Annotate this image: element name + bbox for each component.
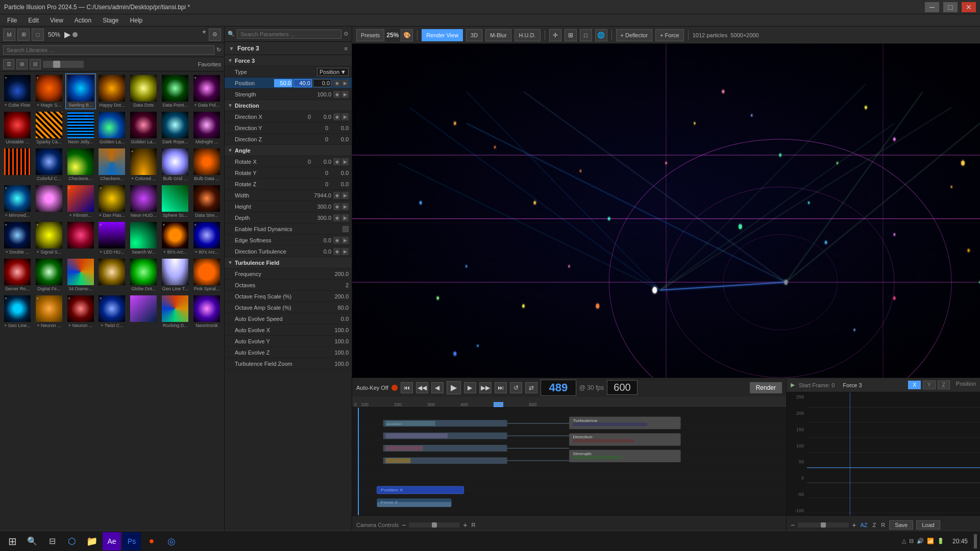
library-search-input[interactable]: [3, 45, 214, 55]
param-options-button[interactable]: ▶: [341, 91, 349, 98]
param-options-button[interactable]: ▶: [341, 113, 349, 120]
param-checkbox[interactable]: [342, 226, 349, 232]
library-mode-icon[interactable]: M: [3, 29, 15, 41]
library-item[interactable]: + + Dan Flas...: [97, 184, 128, 219]
library-item[interactable]: + + Signal S...: [34, 220, 64, 256]
library-item[interactable]: Data Point...: [160, 73, 190, 109]
param-row[interactable]: ▼ Direction: [225, 100, 352, 111]
section-expand-icon[interactable]: ▼: [228, 103, 235, 108]
camera-zoom-slider[interactable]: [409, 522, 460, 528]
library-item[interactable]: + + LED HU...: [97, 220, 128, 256]
zoom-out-button[interactable]: −: [402, 521, 406, 529]
param-input-y[interactable]: [293, 79, 312, 87]
param-row[interactable]: Frequency 200.0: [225, 268, 352, 280]
param-row[interactable]: Edge Softness 0.0 ◆ ▶: [225, 235, 352, 246]
param-row[interactable]: Auto Evolve Speed 0.0: [225, 313, 352, 324]
library-item[interactable]: Neontronik: [191, 294, 222, 330]
axis-tab-x[interactable]: X: [908, 381, 921, 389]
library-item[interactable]: Bulb Data ...: [191, 147, 222, 183]
3d-button[interactable]: 3D: [466, 29, 482, 41]
zoom-picker-icon[interactable]: 🎨: [401, 29, 413, 41]
param-options-button[interactable]: ▶: [341, 80, 349, 87]
param-input-x[interactable]: [274, 79, 292, 87]
library-item[interactable]: [34, 184, 64, 219]
library-item[interactable]: + + Data Pol...: [191, 73, 222, 109]
param-options-button[interactable]: ▶: [341, 192, 349, 199]
library-item[interactable]: Bulb Grid ...: [160, 147, 190, 183]
library-item[interactable]: + + Neuron ...: [65, 294, 96, 330]
param-keyframe-button[interactable]: ◆: [333, 192, 340, 199]
param-options-button[interactable]: ▶: [341, 158, 349, 165]
tray-icon-3[interactable]: 🔊: [917, 538, 924, 544]
loop-button[interactable]: [72, 32, 78, 37]
param-row[interactable]: Rotate Y 0 0.0: [225, 167, 352, 179]
param-row[interactable]: Height 300.0 ◆ ▶: [225, 201, 352, 212]
menu-edit[interactable]: Edit: [23, 16, 44, 25]
param-keyframe-button[interactable]: ◆: [333, 91, 340, 98]
param-row[interactable]: Direction Y 0 0.0: [225, 122, 352, 134]
crosshair-icon[interactable]: ✛: [549, 29, 561, 41]
library-item[interactable]: [128, 294, 159, 330]
library-item[interactable]: + + Filmstri...: [65, 184, 96, 219]
library-item[interactable]: Sparky Ca...: [34, 110, 64, 146]
library-item[interactable]: Swirling B...: [65, 73, 96, 109]
library-item[interactable]: + + Geo Line...: [2, 294, 33, 330]
globe-icon[interactable]: 🌐: [595, 29, 607, 41]
library-item[interactable]: [2, 147, 33, 183]
params-search-input[interactable]: [237, 30, 341, 39]
library-item[interactable]: [97, 257, 128, 293]
graph-slider-handle[interactable]: [821, 522, 826, 528]
graph-zoom-slider[interactable]: [798, 522, 849, 528]
param-row[interactable]: ▼ Angle: [225, 145, 352, 156]
next-frame-button[interactable]: ▶▶: [479, 382, 492, 393]
loop-toggle-button[interactable]: ↺: [510, 382, 522, 393]
library-grid-icon[interactable]: ⊞: [17, 29, 30, 41]
tray-icon-1[interactable]: △: [902, 538, 906, 544]
skip-end-button[interactable]: ⏭: [495, 382, 507, 393]
param-options-button[interactable]: ▶: [341, 248, 349, 255]
params-settings-icon[interactable]: ⚙: [344, 31, 349, 37]
library-item[interactable]: Server Ro...: [2, 257, 33, 293]
param-row[interactable]: Auto Evolve Y 100.0: [225, 336, 352, 347]
section-expand-icon[interactable]: ▼: [228, 58, 235, 63]
library-item[interactable]: Sphere Sc...: [160, 184, 190, 219]
library-item[interactable]: Colorful C...: [34, 147, 64, 183]
step-back-button[interactable]: ◀: [431, 382, 444, 393]
param-row[interactable]: Rotate Z 0 0.0: [225, 179, 352, 190]
library-item[interactable]: Search W...: [128, 220, 159, 256]
tray-icon-4[interactable]: 📶: [927, 538, 934, 544]
force-button[interactable]: + Force: [655, 29, 684, 41]
taskbar-explorer[interactable]: 📁: [83, 532, 101, 550]
library-item[interactable]: + + Colored ...: [128, 147, 159, 183]
library-item[interactable]: Checkere...: [97, 147, 128, 183]
library-item[interactable]: Midnight ...: [191, 110, 222, 146]
library-item[interactable]: Happy Dot...: [97, 73, 128, 109]
m-blur-button[interactable]: M-Blur: [485, 29, 511, 41]
library-item[interactable]: Data Dots: [128, 73, 159, 109]
library-list-icon[interactable]: □: [32, 29, 44, 41]
library-item[interactable]: + + Double ...: [2, 220, 33, 256]
library-item[interactable]: + + Twist C...: [97, 294, 128, 330]
play-pause-button[interactable]: ▶: [447, 381, 461, 394]
library-item[interactable]: Data Stre...: [191, 184, 222, 219]
refresh-icon[interactable]: ↻: [216, 46, 221, 53]
node-graph-area[interactable]: Force 3 position: [352, 408, 786, 515]
library-settings-icon[interactable]: ⚙: [209, 29, 221, 41]
param-options-button[interactable]: ▶: [341, 237, 349, 244]
graph-r-label[interactable]: R: [880, 522, 886, 528]
camera-reset-label[interactable]: R: [471, 522, 477, 528]
param-row[interactable]: Auto Evolve X 100.0: [225, 324, 352, 336]
maximize-button[interactable]: □: [943, 2, 958, 12]
param-row[interactable]: Position ◆ ▶: [225, 78, 352, 89]
param-row[interactable]: Rotate X 0 0.0 ◆ ▶: [225, 156, 352, 167]
favorites-button[interactable]: ★: [202, 29, 207, 41]
library-item[interactable]: + + Magic S...: [34, 73, 64, 109]
library-item[interactable]: Dark Rope...: [160, 110, 190, 146]
graph-az-label[interactable]: AZ: [859, 522, 868, 528]
axis-tab-y[interactable]: Y: [923, 381, 936, 389]
play-button[interactable]: ▶: [64, 30, 70, 39]
param-row[interactable]: Octave Amp Scale (%) 80.0: [225, 302, 352, 313]
render-button[interactable]: Render: [750, 382, 782, 393]
library-item[interactable]: 34 Diamo...: [65, 257, 96, 293]
menu-action[interactable]: Action: [69, 16, 96, 25]
